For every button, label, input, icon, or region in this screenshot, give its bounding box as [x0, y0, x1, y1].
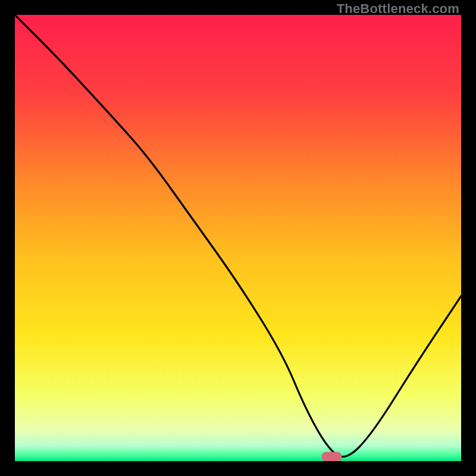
gradient-background: [15, 15, 461, 461]
chart-svg: [15, 15, 461, 461]
chart-frame: TheBottleneck.com: [0, 0, 476, 476]
plot-area: [15, 15, 461, 461]
optimal-marker: [322, 452, 342, 462]
